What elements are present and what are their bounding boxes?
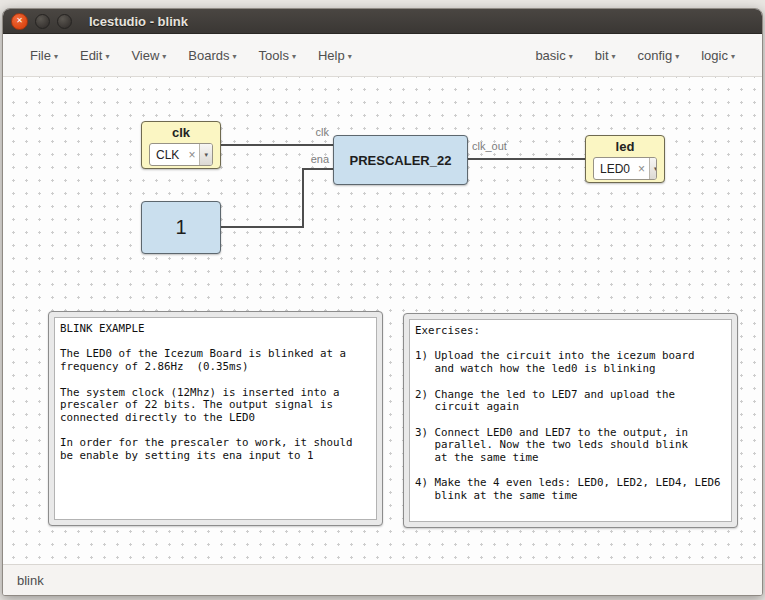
block-title: led	[586, 136, 664, 156]
menu-label: Tools	[259, 48, 289, 63]
caret-down-icon: ▾	[675, 52, 679, 61]
menu-boards[interactable]: Boards▾	[177, 42, 247, 69]
blink-example-note[interactable]: BLINK EXAMPLE The LED0 of the Icezum Boa…	[48, 311, 383, 526]
menu-help[interactable]: Help▾	[307, 42, 363, 69]
pin-label-clk: clk	[269, 126, 329, 138]
note-title: Exercises:	[415, 325, 726, 338]
note-title: BLINK EXAMPLE	[60, 323, 371, 336]
led-select[interactable]: LED0 × ▾	[593, 157, 657, 180]
caret-down-icon: ▾	[162, 52, 166, 61]
caret-down-icon[interactable]: ▾	[199, 144, 212, 165]
menu-label: bit	[595, 48, 609, 63]
clear-icon[interactable]: ×	[634, 162, 649, 176]
caret-down-icon: ▾	[731, 52, 735, 61]
menu-label: File	[30, 48, 51, 63]
menu-config[interactable]: config▾	[627, 42, 691, 69]
statusbar: blink	[3, 564, 762, 595]
menu-label: basic	[535, 48, 565, 63]
combo-value: CLK	[150, 148, 184, 162]
wires-layer	[3, 77, 703, 297]
menu-label: config	[638, 48, 673, 63]
pin-label-clk-out: clk_out	[472, 140, 507, 152]
caret-down-icon: ▾	[105, 52, 109, 61]
app-window: ✕ Icestudio - blink File▾ Edit▾ View▾ Bo…	[2, 8, 763, 596]
menu-label: Help	[318, 48, 345, 63]
caret-down-icon: ▾	[292, 52, 296, 61]
caret-down-icon: ▾	[233, 52, 237, 61]
caret-down-icon: ▾	[612, 52, 616, 61]
note-content: BLINK EXAMPLE The LED0 of the Icezum Boa…	[54, 317, 377, 520]
constant-value: 1	[175, 216, 186, 239]
note-body: 1) Upload the circuit into the icezum bo…	[415, 350, 726, 502]
menu-bit[interactable]: bit▾	[584, 42, 627, 69]
menu-label: logic	[701, 48, 728, 63]
note-body: The LED0 of the Icezum Board is blinked …	[60, 348, 371, 462]
menu-file[interactable]: File▾	[19, 42, 69, 69]
caret-down-icon[interactable]: ▾	[649, 158, 657, 179]
prescaler-block[interactable]: PRESCALER_22	[333, 135, 468, 185]
menu-tools[interactable]: Tools▾	[248, 42, 307, 69]
menu-edit[interactable]: Edit▾	[69, 42, 120, 69]
menu-basic[interactable]: basic▾	[524, 42, 583, 69]
pin-label-ena: ena	[269, 153, 329, 165]
menu-logic[interactable]: logic▾	[690, 42, 746, 69]
combo-value: LED0	[594, 162, 634, 176]
caret-down-icon: ▾	[569, 52, 573, 61]
clear-icon[interactable]: ×	[184, 148, 199, 162]
caret-down-icon: ▾	[348, 52, 352, 61]
menu-label: Boards	[188, 48, 229, 63]
close-icon: ✕	[16, 17, 23, 25]
menubar: File▾ Edit▾ View▾ Boards▾ Tools▾ Help▾ b…	[3, 34, 762, 77]
led-output-block[interactable]: led LED0 × ▾	[585, 135, 665, 183]
menu-group-right: basic▾ bit▾ config▾ logic▾	[524, 42, 746, 69]
maximize-button[interactable]	[57, 14, 72, 29]
constant-block[interactable]: 1	[141, 201, 221, 254]
clk-input-block[interactable]: clk CLK × ▾	[141, 121, 221, 169]
close-button[interactable]: ✕	[11, 13, 28, 30]
schematic-canvas[interactable]: clk CLK × ▾ PRESCALER_22 led LED0 × ▾ 1 …	[3, 77, 762, 564]
window-title: Icestudio - blink	[89, 14, 188, 29]
status-project-name: blink	[17, 573, 44, 588]
menu-view[interactable]: View▾	[120, 42, 177, 69]
menu-label: Edit	[80, 48, 102, 63]
minimize-button[interactable]	[35, 14, 50, 29]
note-content: Exercises: 1) Upload the circuit into th…	[409, 319, 732, 522]
menu-label: View	[131, 48, 159, 63]
block-title: PRESCALER_22	[350, 153, 452, 168]
caret-down-icon: ▾	[54, 52, 58, 61]
menu-group-left: File▾ Edit▾ View▾ Boards▾ Tools▾ Help▾	[19, 42, 363, 69]
clk-select[interactable]: CLK × ▾	[149, 143, 213, 166]
exercises-note[interactable]: Exercises: 1) Upload the circuit into th…	[403, 313, 738, 528]
titlebar: ✕ Icestudio - blink	[3, 9, 762, 34]
wire-ena[interactable]	[221, 169, 333, 227]
block-title: clk	[142, 122, 220, 142]
